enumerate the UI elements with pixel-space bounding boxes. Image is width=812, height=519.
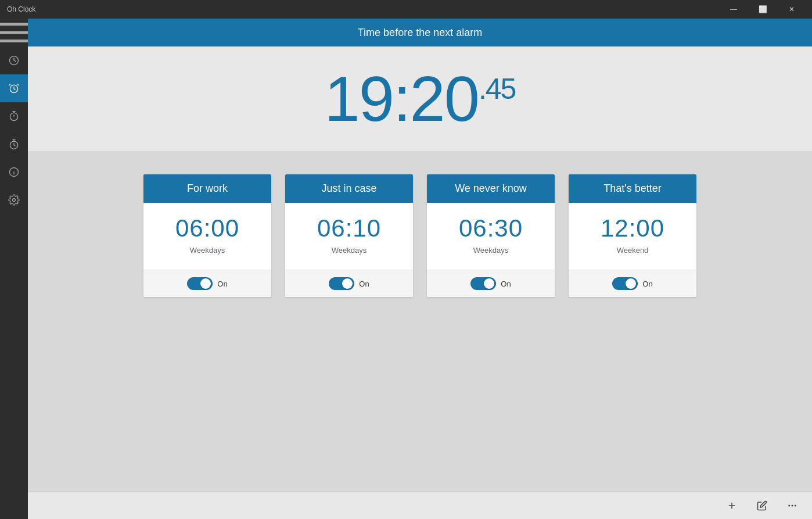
- alarms-area: For work 06:00 Weekdays On Just in case: [28, 151, 812, 491]
- alarm-card-2-toggle[interactable]: [329, 277, 354, 290]
- sidebar-item-clock[interactable]: [0, 46, 28, 74]
- alarm-card-1-toggle[interactable]: [187, 277, 213, 290]
- svg-point-19: [788, 504, 790, 506]
- alarm-card-1-toggle-knob: [200, 278, 211, 289]
- alarm-card-3-name: We never know: [455, 182, 527, 194]
- alarm-card-1-body: 06:00 Weekdays: [143, 203, 271, 260]
- countdown-seconds: .45: [479, 73, 516, 105]
- title-bar-left: Oh Clock: [7, 5, 35, 13]
- alarm-card-2[interactable]: Just in case 06:10 Weekdays On: [285, 174, 413, 297]
- header-bar: Time before the next alarm: [28, 19, 812, 46]
- alarm-card-2-toggle-knob: [342, 278, 353, 289]
- alarm-card-1-header: For work: [143, 174, 271, 203]
- svg-point-16: [13, 199, 16, 202]
- svg-point-7: [10, 113, 17, 120]
- svg-point-21: [795, 504, 796, 506]
- alarm-card-4[interactable]: That's better 12:00 Weekend On: [569, 174, 696, 297]
- svg-rect-1: [0, 31, 28, 34]
- edit-alarm-button[interactable]: [752, 495, 773, 516]
- alarm-card-4-toggle-label: On: [642, 280, 652, 288]
- alarm-card-1-days: Weekdays: [190, 246, 225, 255]
- alarm-card-3-time: 06:30: [459, 214, 523, 242]
- alarm-card-4-footer: On: [569, 270, 696, 297]
- alarm-card-3-toggle[interactable]: [470, 277, 496, 290]
- svg-rect-0: [0, 23, 28, 26]
- time-display-area: 19:20.45: [28, 46, 812, 151]
- alarm-card-2-header: Just in case: [285, 174, 413, 203]
- alarm-card-3-toggle-label: On: [501, 280, 511, 288]
- alarm-card-2-time: 06:10: [317, 214, 381, 242]
- alarm-card-1-time: 06:00: [175, 214, 239, 242]
- svg-rect-2: [0, 40, 28, 42]
- alarm-card-3[interactable]: We never know 06:30 Weekdays On: [427, 174, 555, 297]
- alarm-card-1-footer: On: [143, 270, 271, 297]
- alarm-card-1[interactable]: For work 06:00 Weekdays On: [143, 174, 271, 297]
- alarm-card-2-body: 06:10 Weekdays: [285, 203, 413, 260]
- alarm-card-1-name: For work: [187, 182, 228, 194]
- svg-line-5: [9, 84, 10, 86]
- sidebar-item-info[interactable]: [0, 158, 28, 186]
- alarm-card-4-days: Weekend: [617, 246, 649, 255]
- sidebar-item-timer[interactable]: [0, 102, 28, 130]
- close-button[interactable]: ✕: [778, 0, 805, 19]
- minimize-button[interactable]: —: [720, 0, 747, 19]
- alarm-card-2-footer: On: [285, 270, 413, 297]
- title-bar: Oh Clock — ⬜ ✕: [0, 0, 812, 19]
- countdown-display: 19:20.45: [325, 67, 516, 131]
- app-name: Oh Clock: [7, 5, 35, 13]
- sidebar-item-settings[interactable]: [0, 186, 28, 214]
- more-options-button[interactable]: [782, 495, 803, 516]
- alarm-card-4-body: 12:00 Weekend: [569, 203, 696, 260]
- svg-point-20: [792, 504, 793, 506]
- alarm-card-2-days: Weekdays: [332, 246, 367, 255]
- alarm-card-3-footer: On: [427, 270, 555, 297]
- sidebar: [0, 19, 28, 519]
- alarm-card-3-body: 06:30 Weekdays: [427, 203, 555, 260]
- alarm-card-4-name: That's better: [603, 182, 661, 194]
- main-content: Time before the next alarm 19:20.45 For …: [28, 19, 812, 519]
- alarm-card-4-toggle-knob: [626, 278, 636, 289]
- alarm-card-2-name: Just in case: [321, 182, 376, 194]
- add-alarm-button[interactable]: [721, 495, 742, 516]
- sidebar-item-alarm[interactable]: [0, 74, 28, 102]
- hamburger-menu[interactable]: [0, 19, 28, 46]
- alarm-card-4-time: 12:00: [601, 214, 664, 242]
- bottom-bar: [28, 491, 812, 519]
- maximize-button[interactable]: ⬜: [749, 0, 776, 19]
- alarm-card-3-toggle-knob: [484, 278, 494, 289]
- alarm-card-2-toggle-label: On: [359, 280, 369, 288]
- alarm-card-4-header: That's better: [569, 174, 696, 203]
- alarm-card-1-toggle-label: On: [217, 280, 227, 288]
- app-layout: Time before the next alarm 19:20.45 For …: [0, 19, 812, 519]
- header-title: Time before the next alarm: [358, 27, 482, 39]
- sidebar-item-stopwatch[interactable]: [0, 130, 28, 158]
- alarm-card-3-days: Weekdays: [473, 246, 508, 255]
- alarm-card-3-header: We never know: [427, 174, 555, 203]
- svg-line-6: [17, 84, 19, 86]
- countdown-hours-minutes: 19:20: [325, 63, 479, 134]
- alarm-card-4-toggle[interactable]: [612, 277, 638, 290]
- title-bar-controls: — ⬜ ✕: [720, 0, 805, 19]
